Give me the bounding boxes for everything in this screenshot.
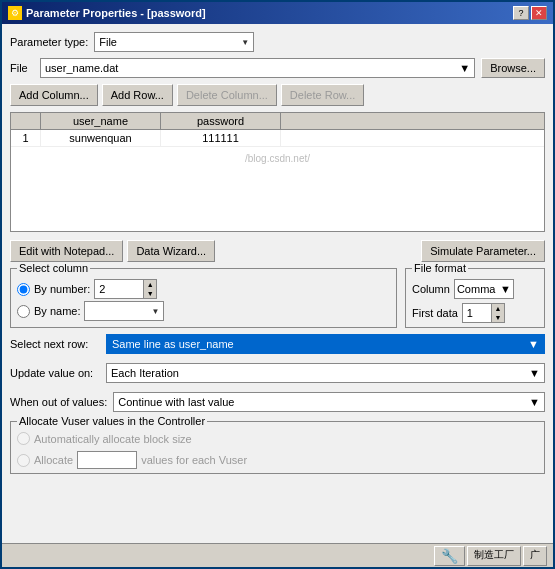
add-row-button[interactable]: Add Row...	[102, 84, 173, 106]
select-next-row-arrow: ▼	[528, 338, 539, 350]
title-bar-left: ⚙ Parameter Properties - [password]	[8, 6, 206, 20]
status-bar: 🔧 制造工厂 广	[2, 543, 553, 567]
by-number-up[interactable]: ▲	[144, 280, 156, 289]
first-data-spin-wrapper: 1 ▲ ▼	[462, 303, 505, 323]
allocate-title: Allocate Vuser values in the Controller	[17, 415, 207, 427]
data-wizard-button[interactable]: Data Wizard...	[127, 240, 215, 262]
by-name-label: By name:	[34, 305, 80, 317]
data-grid: user_name password 1 sunwenquan 111111 /…	[10, 112, 545, 232]
auto-allocate-row: Automatically allocate block size	[17, 432, 538, 445]
simulate-button[interactable]: Simulate Parameter...	[421, 240, 545, 262]
allocate-input[interactable]	[77, 451, 137, 469]
out-of-values-label: When out of values:	[10, 396, 107, 408]
first-data-row: First data 1 ▲ ▼	[412, 303, 538, 323]
manual-allocate-row: Allocate values for each Vuser	[17, 451, 538, 469]
by-number-row: By number: 2 ▲ ▼	[17, 279, 390, 299]
first-data-arrows: ▲ ▼	[492, 303, 505, 323]
update-value-arrow: ▼	[529, 367, 540, 379]
file-input[interactable]: user_name.dat ▼	[40, 58, 475, 78]
title-bar-controls: ? ✕	[513, 6, 547, 20]
select-next-row-select[interactable]: Same line as user_name ▼	[106, 334, 545, 354]
out-of-values-arrow: ▼	[529, 396, 540, 408]
title-bar: ⚙ Parameter Properties - [password] ? ✕	[2, 2, 553, 24]
file-label: File	[10, 62, 34, 74]
grid-header: user_name password	[11, 113, 544, 130]
update-value-label: Update value on:	[10, 367, 100, 379]
by-name-select[interactable]: ▼	[84, 301, 164, 321]
file-arrow: ▼	[459, 62, 470, 74]
row-num: 1	[11, 130, 41, 146]
table-row[interactable]: 1 sunwenquan 111111	[11, 130, 544, 147]
allocate-values-label: values for each Vuser	[141, 454, 247, 466]
by-number-input[interactable]: 2	[94, 279, 144, 299]
update-value-row: Update value on: Each Iteration ▼	[10, 363, 545, 383]
section-area: Select column By number: 2 ▲ ▼ By name:	[10, 268, 545, 328]
delete-column-button[interactable]: Delete Column...	[177, 84, 277, 106]
by-name-row: By name: ▼	[17, 301, 390, 321]
grid-header-username: user_name	[41, 113, 161, 129]
close-button[interactable]: ✕	[531, 6, 547, 20]
browse-button[interactable]: Browse...	[481, 58, 545, 78]
manual-allocate-radio[interactable]	[17, 454, 30, 467]
column-label: Column	[412, 283, 450, 295]
toolbar-row: Add Column... Add Row... Delete Column..…	[10, 84, 545, 106]
add-column-button[interactable]: Add Column...	[10, 84, 98, 106]
window-title: Parameter Properties - [password]	[26, 7, 206, 19]
window-content: Parameter type: File ▼ File user_name.da…	[2, 24, 553, 543]
column-select[interactable]: Comma ▼	[454, 279, 514, 299]
by-number-spin-wrapper: 2 ▲ ▼	[94, 279, 157, 299]
by-number-label: By number:	[34, 283, 90, 295]
by-name-radio[interactable]	[17, 305, 30, 318]
select-column-title: Select column	[17, 262, 90, 274]
first-data-down[interactable]: ▼	[492, 313, 504, 322]
status-items: 🔧 制造工厂 广	[434, 546, 547, 566]
delete-row-button[interactable]: Delete Row...	[281, 84, 364, 106]
grid-header-password: password	[161, 113, 281, 129]
status-item-3: 广	[523, 546, 547, 566]
select-next-row-row: Select next row: Same line as user_name …	[10, 334, 545, 354]
auto-allocate-radio[interactable]	[17, 432, 30, 445]
select-next-row-value: Same line as user_name	[112, 338, 234, 350]
help-button[interactable]: ?	[513, 6, 529, 20]
out-of-values-value: Continue with last value	[118, 396, 234, 408]
file-value: user_name.dat	[45, 62, 118, 74]
update-value-select[interactable]: Each Iteration ▼	[106, 363, 545, 383]
by-number-radio[interactable]	[17, 283, 30, 296]
column-format-row: Column Comma ▼	[412, 279, 538, 299]
window-icon: ⚙	[8, 6, 22, 20]
file-format-title: File format	[412, 262, 468, 274]
param-type-select[interactable]: File ▼	[94, 32, 254, 52]
row-username: sunwenquan	[41, 130, 161, 146]
param-type-label: Parameter type:	[10, 36, 88, 48]
edit-notepad-button[interactable]: Edit with Notepad...	[10, 240, 123, 262]
manual-allocate-label: Allocate	[34, 454, 73, 466]
out-of-values-select[interactable]: Continue with last value ▼	[113, 392, 545, 412]
column-value: Comma	[457, 283, 496, 295]
param-type-arrow: ▼	[241, 38, 249, 47]
select-column-group: Select column By number: 2 ▲ ▼ By name:	[10, 268, 397, 328]
first-data-label: First data	[412, 307, 458, 319]
by-number-arrows: ▲ ▼	[144, 279, 157, 299]
file-format-group: File format Column Comma ▼ First data 1 …	[405, 268, 545, 328]
param-type-value: File	[99, 36, 117, 48]
first-data-input[interactable]: 1	[462, 303, 492, 323]
update-value-value: Each Iteration	[111, 367, 179, 379]
row-password: 111111	[161, 130, 281, 146]
select-next-row-label: Select next row:	[10, 338, 100, 350]
file-row: File user_name.dat ▼ Browse...	[10, 58, 545, 78]
status-item-1: 🔧	[434, 546, 465, 566]
bottom-action-buttons: Edit with Notepad... Data Wizard... Simu…	[10, 240, 545, 262]
allocate-group: Allocate Vuser values in the Controller …	[10, 421, 545, 474]
watermark: /blog.csdn.net/	[245, 153, 310, 164]
main-window: ⚙ Parameter Properties - [password] ? ✕ …	[0, 0, 555, 569]
out-of-values-row: When out of values: Continue with last v…	[10, 392, 545, 412]
by-number-down[interactable]: ▼	[144, 289, 156, 298]
first-data-up[interactable]: ▲	[492, 304, 504, 313]
grid-header-num	[11, 113, 41, 129]
auto-allocate-label: Automatically allocate block size	[34, 433, 192, 445]
param-type-row: Parameter type: File ▼	[10, 32, 545, 52]
status-item-2: 制造工厂	[467, 546, 521, 566]
